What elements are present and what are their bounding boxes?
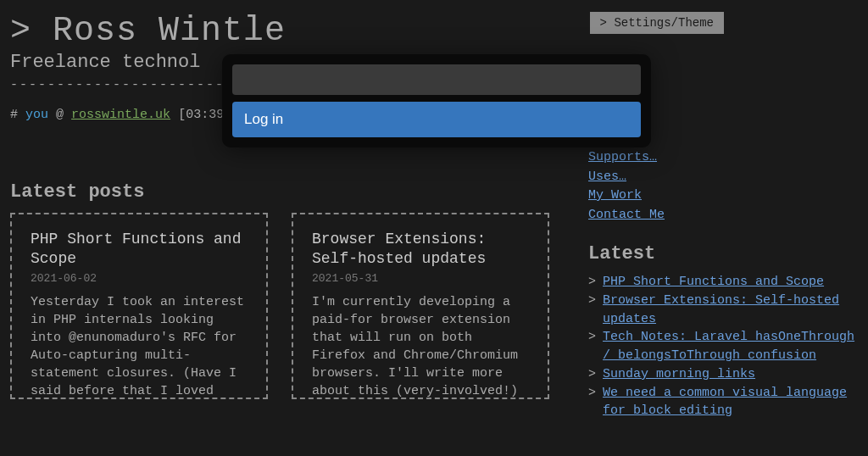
- chevron-right-icon: >: [588, 384, 596, 403]
- post-date: 2021-06-02: [31, 272, 248, 285]
- list-item: >PHP Short Functions and Scope: [588, 273, 856, 292]
- nav-link-my-work[interactable]: My Work: [588, 188, 642, 203]
- post-card[interactable]: Browser Extensions: Self-hosted updates …: [292, 213, 549, 399]
- prompt-at: @: [56, 108, 64, 122]
- latest-link[interactable]: Tech Notes: Laravel hasOneThrough / belo…: [603, 328, 856, 365]
- posts-row: PHP Short Functions and Scope 2021-06-02…: [10, 213, 549, 399]
- latest-link[interactable]: Sunday morning links: [603, 365, 755, 384]
- settings-theme-button[interactable]: > Settings/Theme: [590, 12, 724, 34]
- chevron-right-icon: >: [588, 365, 596, 384]
- nav-link-supports[interactable]: Supports…: [588, 150, 657, 164]
- login-modal: Log in: [222, 54, 651, 147]
- chevron-right-icon: >: [588, 328, 596, 347]
- list-item: >Tech Notes: Laravel hasOneThrough / bel…: [588, 328, 856, 365]
- login-input[interactable]: [232, 64, 641, 95]
- site-title: > Ross Wintle: [10, 12, 549, 50]
- list-item: >We need a common visual language for bl…: [588, 384, 856, 421]
- latest-list: >PHP Short Functions and Scope >Browser …: [588, 273, 856, 420]
- post-title: PHP Short Functions and Scope: [31, 230, 248, 270]
- latest-link[interactable]: PHP Short Functions and Scope: [603, 273, 824, 292]
- prompt-host-link[interactable]: rosswintle.uk: [71, 108, 170, 122]
- prompt-hash: #: [10, 108, 18, 122]
- prompt-user: you: [25, 108, 48, 122]
- nav-link-contact[interactable]: Contact Me: [588, 208, 665, 222]
- latest-link[interactable]: Browser Extensions: Self-hosted updates: [603, 292, 856, 329]
- chevron-right-icon: >: [588, 273, 596, 292]
- post-date: 2021-05-31: [312, 272, 529, 285]
- post-excerpt: I'm currently developing a paid-for brow…: [312, 293, 529, 399]
- post-excerpt: Yesterday I took an interest in PHP inte…: [31, 293, 248, 399]
- post-card[interactable]: PHP Short Functions and Scope 2021-06-02…: [10, 213, 268, 399]
- sidebar-latest-heading: Latest: [588, 243, 856, 264]
- latest-link[interactable]: We need a common visual language for blo…: [603, 384, 856, 421]
- chevron-right-icon: >: [588, 292, 596, 310]
- login-button[interactable]: Log in: [232, 102, 641, 137]
- latest-posts-heading: Latest posts: [10, 181, 549, 203]
- post-title: Browser Extensions: Self-hosted updates: [312, 230, 529, 270]
- list-item: >Browser Extensions: Self-hosted updates: [588, 292, 856, 329]
- nav-link-uses[interactable]: Uses…: [588, 170, 626, 184]
- list-item: >Sunday morning links: [588, 365, 856, 384]
